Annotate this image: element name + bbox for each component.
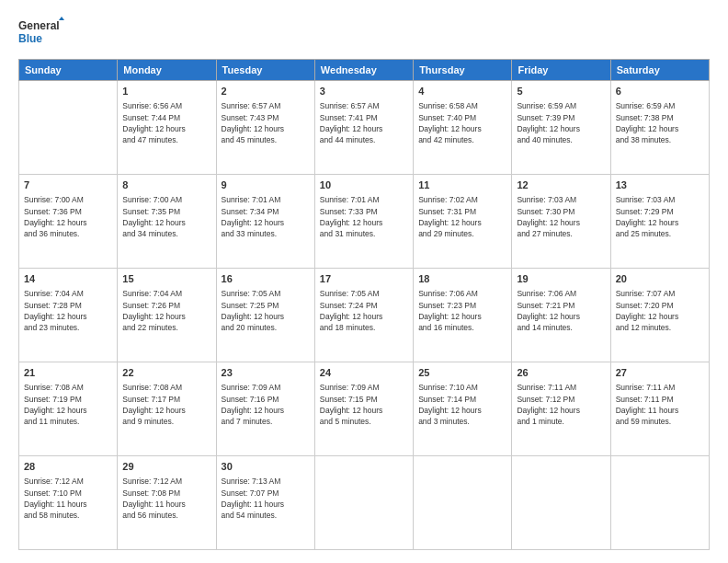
day-number: 27 <box>616 366 704 380</box>
calendar-cell: 19Sunrise: 7:06 AMSunset: 7:21 PMDayligh… <box>512 269 610 362</box>
cell-info: Sunrise: 7:04 AM <box>24 288 112 299</box>
calendar-cell: 17Sunrise: 7:05 AMSunset: 7:24 PMDayligh… <box>314 269 413 362</box>
cell-info: Sunset: 7:40 PM <box>418 112 506 123</box>
cell-info: Sunrise: 7:05 AM <box>320 288 408 299</box>
day-header-sunday: Sunday <box>19 60 118 81</box>
cell-info: Sunset: 7:28 PM <box>24 300 112 311</box>
cell-info: Sunset: 7:12 PM <box>517 394 605 405</box>
day-number: 2 <box>222 85 310 98</box>
cell-info: and 20 minutes. <box>222 322 310 333</box>
cell-info: Sunrise: 7:13 AM <box>222 476 310 487</box>
day-number: 11 <box>418 178 506 192</box>
cell-info: Daylight: 11 hours <box>24 499 112 510</box>
day-number: 26 <box>517 366 605 380</box>
day-header-saturday: Saturday <box>610 60 709 81</box>
day-number: 13 <box>616 178 704 192</box>
cell-info: Daylight: 11 hours <box>122 499 210 510</box>
cell-info: Daylight: 12 hours <box>616 217 704 228</box>
cell-info: Sunrise: 6:59 AM <box>616 100 704 111</box>
page: General Blue SundayMondayTuesdayWednesda… <box>0 0 728 563</box>
cell-info: and 5 minutes. <box>320 416 408 427</box>
calendar-cell: 4Sunrise: 6:58 AMSunset: 7:40 PMDaylight… <box>414 81 512 175</box>
cell-info: Sunset: 7:30 PM <box>517 206 605 217</box>
cell-info: and 1 minute. <box>517 416 605 427</box>
svg-text:Blue: Blue <box>18 32 42 45</box>
cell-info: Sunset: 7:29 PM <box>616 206 704 217</box>
calendar-cell: 7Sunrise: 7:00 AMSunset: 7:36 PMDaylight… <box>19 175 118 269</box>
cell-info: and 7 minutes. <box>222 416 310 427</box>
day-number: 24 <box>320 366 408 380</box>
cell-info: Sunset: 7:10 PM <box>24 488 112 499</box>
cell-info: Sunset: 7:21 PM <box>517 300 605 311</box>
cell-info: Daylight: 12 hours <box>122 217 210 228</box>
calendar-week-1: 1Sunrise: 6:56 AMSunset: 7:44 PMDaylight… <box>19 81 710 175</box>
cell-info: and 58 minutes. <box>24 510 112 521</box>
cell-info: Sunrise: 7:11 AM <box>616 382 704 393</box>
day-header-tuesday: Tuesday <box>216 60 314 81</box>
cell-info: Daylight: 12 hours <box>122 405 210 416</box>
cell-info: Sunrise: 7:03 AM <box>517 194 605 205</box>
cell-info: and 34 minutes. <box>122 228 210 239</box>
calendar-cell: 14Sunrise: 7:04 AMSunset: 7:28 PMDayligh… <box>19 269 118 362</box>
calendar-body: 1Sunrise: 6:56 AMSunset: 7:44 PMDaylight… <box>19 81 710 550</box>
cell-info: Sunset: 7:15 PM <box>320 394 408 405</box>
day-number: 20 <box>616 272 704 286</box>
logo-svg: General Blue <box>18 17 64 50</box>
day-header-monday: Monday <box>118 60 216 81</box>
cell-info: and 27 minutes. <box>517 228 605 239</box>
cell-info: Daylight: 12 hours <box>418 217 506 228</box>
cell-info: Daylight: 11 hours <box>616 405 704 416</box>
cell-info: Sunrise: 6:57 AM <box>222 100 310 111</box>
cell-info: Sunset: 7:43 PM <box>222 112 310 123</box>
cell-info: Sunrise: 7:07 AM <box>616 288 704 299</box>
calendar-cell: 11Sunrise: 7:02 AMSunset: 7:31 PMDayligh… <box>414 175 512 269</box>
calendar-cell: 16Sunrise: 7:05 AMSunset: 7:25 PMDayligh… <box>216 269 314 362</box>
cell-info: Daylight: 12 hours <box>24 217 112 228</box>
cell-info: and 9 minutes. <box>122 416 210 427</box>
day-number: 14 <box>24 272 112 286</box>
cell-info: Daylight: 12 hours <box>24 405 112 416</box>
day-number: 6 <box>616 85 704 98</box>
svg-text:General: General <box>18 19 60 32</box>
day-number: 1 <box>122 85 210 98</box>
day-number: 12 <box>517 178 605 192</box>
cell-info: Daylight: 12 hours <box>418 311 506 322</box>
cell-info: and 23 minutes. <box>24 322 112 333</box>
cell-info: and 40 minutes. <box>517 134 605 145</box>
day-number: 10 <box>320 178 408 192</box>
cell-info: Sunset: 7:39 PM <box>517 112 605 123</box>
cell-info: and 29 minutes. <box>418 228 506 239</box>
calendar-cell: 22Sunrise: 7:08 AMSunset: 7:17 PMDayligh… <box>118 362 216 456</box>
cell-info: Sunset: 7:33 PM <box>320 206 408 217</box>
cell-info: Sunrise: 7:06 AM <box>418 288 506 299</box>
calendar-table: SundayMondayTuesdayWednesdayThursdayFrid… <box>18 59 710 550</box>
cell-info: Sunset: 7:20 PM <box>616 300 704 311</box>
cell-info: Sunset: 7:14 PM <box>418 394 506 405</box>
day-number: 15 <box>122 272 210 286</box>
cell-info: Daylight: 12 hours <box>122 311 210 322</box>
cell-info: Sunrise: 7:06 AM <box>517 288 605 299</box>
calendar-cell: 20Sunrise: 7:07 AMSunset: 7:20 PMDayligh… <box>610 269 709 362</box>
cell-info: Sunrise: 7:02 AM <box>418 194 506 205</box>
cell-info: Sunset: 7:35 PM <box>122 206 210 217</box>
day-number: 22 <box>122 366 210 380</box>
cell-info: Sunrise: 6:59 AM <box>517 100 605 111</box>
cell-info: and 45 minutes. <box>222 134 310 145</box>
calendar-header-row: SundayMondayTuesdayWednesdayThursdayFrid… <box>19 60 710 81</box>
cell-info: and 42 minutes. <box>418 134 506 145</box>
cell-info: Daylight: 12 hours <box>517 405 605 416</box>
cell-info: Sunrise: 7:09 AM <box>320 382 408 393</box>
cell-info: Daylight: 12 hours <box>517 217 605 228</box>
day-number: 4 <box>418 85 506 98</box>
cell-info: Sunset: 7:34 PM <box>222 206 310 217</box>
cell-info: and 44 minutes. <box>320 134 408 145</box>
cell-info: Sunrise: 7:12 AM <box>122 476 210 487</box>
day-number: 8 <box>122 178 210 192</box>
calendar-cell: 28Sunrise: 7:12 AMSunset: 7:10 PMDayligh… <box>19 456 118 550</box>
cell-info: and 31 minutes. <box>320 228 408 239</box>
calendar-cell: 8Sunrise: 7:00 AMSunset: 7:35 PMDaylight… <box>118 175 216 269</box>
cell-info: Sunrise: 6:57 AM <box>320 100 408 111</box>
calendar-cell: 9Sunrise: 7:01 AMSunset: 7:34 PMDaylight… <box>216 175 314 269</box>
cell-info: Sunrise: 6:56 AM <box>122 100 210 111</box>
calendar-cell: 24Sunrise: 7:09 AMSunset: 7:15 PMDayligh… <box>314 362 413 456</box>
